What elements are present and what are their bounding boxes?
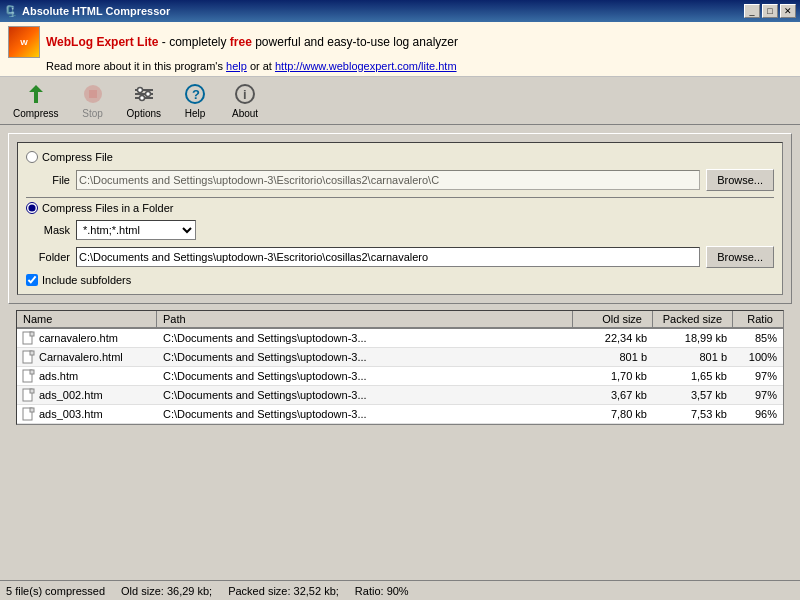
file-input-row: File Browse... [26,169,774,191]
about-button[interactable]: i About [220,79,270,122]
svg-rect-18 [30,351,34,355]
folder-input-row: Folder Browse... [26,246,774,268]
file-path: C:\Documents and Settings\uptodown-3... [157,407,573,421]
compress-folder-radio-label[interactable]: Compress Files in a Folder [26,202,173,214]
file-ratio: 97% [733,388,783,402]
compress-file-radio[interactable] [26,151,38,163]
svg-text:?: ? [192,87,200,102]
file-icon [21,330,37,346]
stop-label: Stop [82,108,103,119]
title-bar: 🗜️ Absolute HTML Compressor _ □ ✕ [0,0,800,22]
options-label: Options [127,108,161,119]
ad-brand: WebLog Expert Lite [46,35,158,49]
table-row[interactable]: Carnavalero.html C:\Documents and Settin… [17,348,783,367]
file-name: ads.htm [39,370,78,382]
file-name: ads_002.htm [39,389,103,401]
panel-inner: Compress File File Browse... Compress Fi… [17,142,783,295]
status-files: 5 file(s) compressed [6,585,105,597]
window-title: Absolute HTML Compressor [22,5,170,17]
header-old-size[interactable]: Old size [573,311,653,328]
status-ratio: Ratio: 90% [355,585,409,597]
list-header: Name Path Old size Packed size Ratio [17,311,783,329]
help-link[interactable]: help [226,60,247,72]
compress-button[interactable]: Compress [4,79,68,122]
file-name: ads_003.htm [39,408,103,420]
file-name: Carnavalero.html [39,351,123,363]
file-path: C:\Documents and Settings\uptodown-3... [157,331,573,345]
file-ratio: 85% [733,331,783,345]
svg-point-7 [145,92,150,97]
app-icon: 🗜️ [4,5,18,18]
include-subfolders-row: Include subfolders [26,274,774,286]
compress-icon [24,82,48,106]
file-icon [21,368,37,384]
stop-icon [81,82,105,106]
file-old-size: 1,70 kb [573,369,653,383]
minimize-button[interactable]: _ [744,4,760,18]
mask-select[interactable]: *.htm;*.html [76,220,196,240]
file-icon [21,406,37,422]
file-name: carnavalero.htm [39,332,118,344]
table-row[interactable]: ads_003.htm C:\Documents and Settings\up… [17,405,783,424]
help-button[interactable]: ? Help [170,79,220,122]
table-row[interactable]: carnavalero.htm C:\Documents and Setting… [17,329,783,348]
include-subfolders-checkbox[interactable] [26,274,38,286]
status-packed-size: Packed size: 32,52 kb; [228,585,339,597]
file-old-size: 22,34 kb [573,331,653,345]
compress-folder-radio[interactable] [26,202,38,214]
help-icon: ? [183,82,207,106]
divider1 [26,197,774,198]
browse-file-button[interactable]: Browse... [706,169,774,191]
file-path: C:\Documents and Settings\uptodown-3... [157,350,573,364]
close-button[interactable]: ✕ [780,4,796,18]
file-ratio: 100% [733,350,783,364]
table-row[interactable]: ads_002.htm C:\Documents and Settings\up… [17,386,783,405]
include-subfolders-label: Include subfolders [42,274,131,286]
file-old-size: 3,67 kb [573,388,653,402]
file-packed-size: 7,53 kb [653,407,733,421]
file-ratio: 97% [733,369,783,383]
file-input[interactable] [76,170,700,190]
window-controls: _ □ ✕ [744,4,796,18]
file-packed-size: 801 b [653,350,733,364]
status-bar: 5 file(s) compressed Old size: 36,29 kb;… [0,580,800,600]
main-area: Compress File File Browse... Compress Fi… [0,125,800,433]
file-packed-size: 3,57 kb [653,388,733,402]
maximize-button[interactable]: □ [762,4,778,18]
ad-free: free [230,35,252,49]
table-row[interactable]: ads.htm C:\Documents and Settings\uptodo… [17,367,783,386]
file-list-body: carnavalero.htm C:\Documents and Setting… [17,329,783,424]
ad-text: WebLog Expert Lite - completely free pow… [46,35,458,49]
svg-rect-15 [30,332,34,336]
file-ratio: 96% [733,407,783,421]
file-old-size: 7,80 kb [573,407,653,421]
website-link[interactable]: http://www.weblogexpert.com/lite.htm [275,60,457,72]
header-name[interactable]: Name [17,311,157,328]
svg-rect-2 [89,90,97,98]
folder-input[interactable] [76,247,700,267]
header-ratio[interactable]: Ratio [733,311,783,328]
svg-point-6 [137,88,142,93]
about-icon: i [233,82,257,106]
svg-rect-21 [30,370,34,374]
ad-banner: W WebLog Expert Lite - completely free p… [0,22,800,77]
ad-logo: W [8,26,40,58]
svg-marker-0 [29,85,43,103]
mask-label: Mask [26,224,70,236]
file-icon [21,349,37,365]
browse-folder-button[interactable]: Browse... [706,246,774,268]
options-button[interactable]: Options [118,79,170,122]
compress-file-row: Compress File [26,151,774,163]
file-packed-size: 1,65 kb [653,369,733,383]
svg-text:i: i [243,87,247,102]
file-list: Name Path Old size Packed size Ratio car… [16,310,784,425]
stop-button[interactable]: Stop [68,79,118,122]
folder-label: Folder [26,251,70,263]
compress-file-radio-label[interactable]: Compress File [26,151,113,163]
help-label: Help [185,108,206,119]
svg-point-8 [139,96,144,101]
header-packed-size[interactable]: Packed size [653,311,733,328]
header-path[interactable]: Path [157,311,573,328]
options-panel: Compress File File Browse... Compress Fi… [8,133,792,304]
toolbar: Compress Stop Options ? [0,77,800,125]
